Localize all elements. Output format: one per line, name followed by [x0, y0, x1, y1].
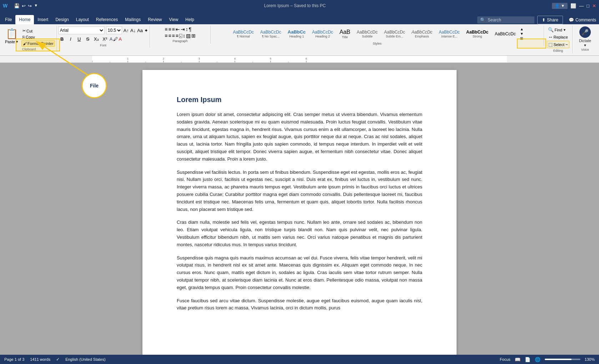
strikethrough-button[interactable]: S — [84, 35, 92, 43]
increase-font-icon[interactable]: A↑ — [124, 28, 129, 33]
bullets-icon[interactable]: ≡ — [165, 26, 167, 32]
dictate-button[interactable]: 🎤 Dictate ▼ — [579, 26, 591, 47]
borders-icon[interactable]: ⊞ — [191, 33, 196, 39]
align-left-icon[interactable]: ≡ — [165, 33, 167, 39]
style-subtle-em[interactable]: AaBbCcDc Subtle Em... — [381, 29, 408, 39]
underline-button[interactable]: U — [75, 35, 83, 43]
clipboard-group-content: 📋 Paste ▼ ✂ Cut ⎘ Copy 🖌 Format Painter — [3, 26, 55, 47]
sort-icon[interactable]: ↕ — [186, 26, 188, 32]
paste-button[interactable]: 📋 Paste ▼ — [3, 26, 21, 45]
copy-button[interactable]: ⎘ Copy — [21, 34, 55, 40]
select-button[interactable]: ⬚ Select ~ — [547, 41, 569, 48]
print-layout-icon[interactable]: 📄 — [525, 357, 530, 362]
numbering-icon[interactable]: ≡ — [168, 26, 171, 32]
undo-icon[interactable]: ↩ — [22, 3, 26, 9]
search-input[interactable] — [488, 17, 516, 22]
columns-icon[interactable]: ⌺ — [179, 33, 182, 39]
paragraph-label: Paragraph — [151, 39, 209, 44]
style-intense-em[interactable]: AaBbCcDc Intense E... — [436, 29, 463, 39]
find-button[interactable]: 🔍 Find ▼ — [547, 26, 567, 33]
file-tab[interactable]: File — [1, 15, 15, 24]
show-formatting-icon[interactable]: ¶ — [189, 26, 192, 32]
mailings-tab[interactable]: Mailings — [121, 15, 144, 24]
styles-group: AaBbCcDc ¶ Normal AaBbCcDc ¶ No Spac... … — [211, 26, 544, 46]
styles-up-icon[interactable]: ▲ — [520, 27, 524, 31]
highlight-color-icon[interactable]: 🖊 — [113, 36, 118, 42]
language[interactable]: English (United States) — [65, 357, 106, 362]
share-button[interactable]: ⬆ Share — [537, 16, 563, 24]
justify-icon[interactable]: ≡ — [176, 33, 178, 39]
styles-expand-icon[interactable]: ⊞ — [520, 36, 524, 40]
multilevel-icon[interactable]: ≡ — [172, 26, 175, 32]
decrease-font-icon[interactable]: A↓ — [130, 28, 136, 33]
customize-icon[interactable]: ▼ — [34, 3, 38, 9]
design-tab[interactable]: Design — [52, 15, 72, 24]
comments-button[interactable]: 💬 Comments — [566, 16, 599, 24]
focus-label[interactable]: Focus — [500, 357, 510, 362]
style-title[interactable]: AaB Title — [337, 28, 353, 40]
increase-indent-icon[interactable]: ⇥ — [181, 26, 185, 32]
window-title: Lorem Ipsum – Saved to this PC — [38, 3, 552, 8]
document-body[interactable]: Lorem ipsum dolor sit amet, consectetur … — [177, 111, 422, 312]
maximize-btn[interactable]: □ — [587, 3, 589, 9]
style-normal[interactable]: AaBbCcDc ¶ Normal — [230, 29, 257, 39]
style-extra[interactable]: AaBbCcDc — [492, 31, 519, 37]
ruler-inner: 1 2 3 4 5 6 — [92, 56, 507, 62]
change-case-icon[interactable]: Aa — [137, 28, 143, 33]
find-dropdown-icon[interactable]: ▼ — [563, 28, 566, 32]
layout-tab[interactable]: Layout — [72, 15, 92, 24]
spelling-check-icon[interactable]: ✓ — [56, 357, 60, 362]
italic-button[interactable]: I — [67, 35, 75, 43]
align-right-icon[interactable]: ≡ — [172, 33, 175, 39]
style-strong[interactable]: AaBbCcDc Strong — [463, 29, 491, 39]
font-size-select[interactable]: 10.5 — [106, 26, 122, 34]
shading-icon[interactable]: ▨ — [186, 33, 191, 39]
style-no-spacing-label: ¶ No Spac... — [262, 35, 280, 38]
style-no-spacing[interactable]: AaBbCcDc ¶ No Spac... — [257, 29, 284, 39]
insert-tab[interactable]: Insert — [34, 15, 52, 24]
style-intense-em-preview: AaBbCcDc — [439, 30, 460, 35]
redo-icon[interactable]: ↪ — [28, 3, 32, 9]
review-tab[interactable]: Review — [144, 15, 165, 24]
paragraph-1: Lorem ipsum dolor sit amet, consectetur … — [177, 111, 422, 163]
style-heading2[interactable]: AaBbCcDc Heading 2 — [309, 29, 336, 39]
align-center-icon[interactable]: ≡ — [168, 33, 171, 39]
minimize-btn[interactable]: — — [579, 3, 584, 9]
style-heading1[interactable]: AaBbCc Heading 1 — [285, 29, 309, 39]
font-color-icon[interactable]: A — [119, 36, 122, 42]
zoom-slider[interactable] — [545, 359, 580, 360]
dictate-dropdown-icon[interactable]: ▼ — [584, 44, 587, 47]
replace-button[interactable]: ↔ Replace — [547, 34, 569, 40]
view-tab[interactable]: View — [166, 15, 182, 24]
close-btn[interactable]: ✕ — [592, 3, 596, 9]
scroll-area[interactable]: Lorem Ipsum Lorem ipsum dolor sit amet, … — [0, 63, 599, 355]
clear-format-icon[interactable]: ✦ — [144, 28, 148, 33]
para-row2: ≡ ≡ ≡ ≡ ⌺ ↕ ▨ ⊞ — [165, 33, 196, 39]
decrease-indent-icon[interactable]: ⇤ — [176, 26, 180, 32]
save-icon[interactable]: 💾 — [14, 3, 20, 9]
title-bar-left: W 💾 ↩ ↪ ▼ — [3, 3, 38, 9]
web-layout-icon[interactable]: 🌐 — [535, 357, 540, 362]
account-icon[interactable]: 👤 ▼ — [552, 3, 568, 9]
font-name-select[interactable]: Arial — [58, 26, 105, 34]
paste-dropdown-icon[interactable]: ▼ — [15, 40, 19, 44]
home-tab[interactable]: Home — [15, 15, 34, 24]
style-extra-preview: AaBbCcDc — [495, 31, 516, 36]
text-effects-icon[interactable]: A — [110, 36, 113, 42]
style-emphasis[interactable]: AaBbCcDc Emphasis — [409, 29, 436, 39]
bold-button[interactable]: B — [58, 35, 66, 43]
cut-button[interactable]: ✂ Cut — [21, 28, 55, 34]
superscript-button[interactable]: X² — [101, 35, 109, 43]
line-spacing-icon[interactable]: ↕ — [183, 33, 185, 39]
subscript-button[interactable]: X₂ — [92, 35, 100, 43]
styles-down-icon[interactable]: ▼ — [520, 32, 524, 36]
read-mode-icon[interactable]: 📖 — [515, 357, 520, 362]
format-painter-button[interactable]: 🖌 Format Painter — [21, 40, 55, 47]
ribbon-display-icon[interactable]: ⬜ — [570, 3, 576, 9]
ribbon-content: 📋 Paste ▼ ✂ Cut ⎘ Copy 🖌 Format Painter — [0, 24, 599, 56]
font-label: Font — [58, 43, 148, 48]
style-heading1-preview: AaBbCc — [288, 29, 306, 35]
style-subtitle[interactable]: AaBbCcDc Subtitle — [354, 29, 381, 39]
references-tab[interactable]: References — [92, 15, 121, 24]
help-tab[interactable]: Help — [182, 15, 198, 24]
